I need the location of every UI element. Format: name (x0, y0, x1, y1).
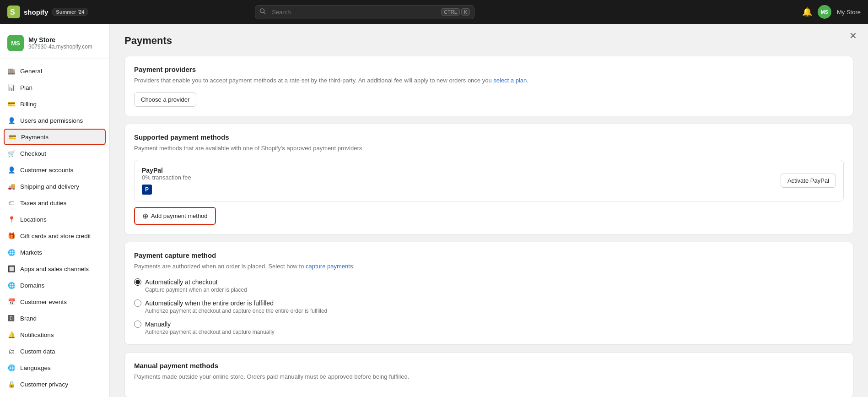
nav-icon-apps-channels: 🔲 (7, 265, 16, 273)
sidebar-item-gift-cards[interactable]: 🎁 Gift cards and store credit (0, 228, 109, 244)
sidebar-item-users-permissions[interactable]: 👤 Users and permissions (0, 112, 109, 129)
sidebar-label-markets: Markets (20, 249, 42, 256)
capture-radio-auto-checkout[interactable] (134, 278, 141, 286)
capture-radio-auto-fulfilled[interactable] (134, 299, 141, 307)
nav-icon-checkout: 🛒 (7, 149, 16, 158)
manual-methods-title: Manual payment methods (134, 362, 844, 370)
sidebar-store-header: MS My Store 907930-4a.myshopify.com (0, 31, 109, 59)
sidebar-item-taxes-duties[interactable]: 🏷 Taxes and duties (0, 195, 109, 211)
payment-providers-desc: Providers that enable you to accept paym… (134, 76, 844, 85)
capture-label-auto-checkout[interactable]: Automatically at checkout (134, 278, 844, 286)
capture-payments-link[interactable]: capture payments (306, 263, 353, 270)
sidebar-item-plan[interactable]: 📊 Plan (0, 79, 109, 96)
shopify-logo-icon: S (7, 5, 20, 18)
sidebar-label-gift-cards: Gift cards and store credit (20, 233, 91, 239)
capture-option-auto-fulfilled: Automatically when the entire order is f… (134, 299, 844, 314)
payment-providers-title: Payment providers (134, 65, 844, 73)
manual-methods-card: Manual payment methods Payments made out… (124, 352, 853, 397)
nav-icon-notifications: 🔔 (7, 331, 16, 339)
add-payment-label: Add payment method (151, 212, 208, 219)
sidebar-label-taxes-duties: Taxes and duties (20, 200, 66, 207)
store-avatar: MS (7, 35, 24, 51)
nav-icon-taxes-duties: 🏷 (7, 199, 16, 207)
sidebar-item-domains[interactable]: 🌐 Domains (0, 277, 109, 294)
sidebar-label-apps-channels: Apps and sales channels (20, 266, 89, 272)
capture-label-manual[interactable]: Manually (134, 321, 844, 328)
search-shortcut: CTRL K (441, 8, 470, 16)
capture-label-auto-fulfilled[interactable]: Automatically when the entire order is f… (134, 299, 844, 307)
nav-icon-locations: 📍 (7, 215, 16, 223)
capture-sublabel-auto-fulfilled: Authorize payment at checkout and captur… (145, 308, 844, 314)
sidebar-label-brand: Brand (20, 315, 37, 322)
sidebar-item-brand[interactable]: 🅱 Brand (0, 310, 109, 326)
nav-icon-payments: 💳 (8, 133, 16, 141)
capture-radio-group: Automatically at checkout Capture paymen… (134, 278, 844, 335)
nav-icon-plan: 📊 (7, 83, 16, 92)
capture-method-card: Payment capture method Payments are auth… (124, 242, 853, 345)
nav-icon-markets: 🌐 (7, 248, 16, 256)
sidebar-item-custom-data[interactable]: 🗂 Custom data (0, 343, 109, 359)
sidebar-item-policies[interactable]: 📄 Policies (0, 392, 109, 397)
capture-method-desc: Payments are authorized when an order is… (134, 262, 844, 271)
logo-text: shopify (24, 8, 48, 16)
select-plan-link[interactable]: select a plan (493, 77, 527, 84)
capture-desc-start: Payments are authorized when an order is… (134, 263, 306, 270)
close-button[interactable]: ✕ (849, 31, 857, 40)
capture-label-text-manual: Manually (145, 321, 171, 328)
sidebar-label-custom-data: Custom data (20, 348, 55, 355)
sidebar-item-checkout[interactable]: 🛒 Checkout (0, 145, 109, 162)
payment-providers-card: Payment providers Providers that enable … (124, 56, 853, 116)
sidebar-item-markets[interactable]: 🌐 Markets (0, 244, 109, 261)
sidebar-item-payments[interactable]: 💳 Payments (4, 129, 106, 145)
sidebar-item-shipping-delivery[interactable]: 🚚 Shipping and delivery (0, 178, 109, 195)
sidebar-label-users-permissions: Users and permissions (20, 117, 83, 124)
search-icon (259, 8, 266, 16)
paypal-name: PayPal (142, 167, 191, 174)
nav-icon-shipping-delivery: 🚚 (7, 182, 16, 190)
user-avatar[interactable]: MS (818, 5, 831, 19)
sidebar-item-languages[interactable]: 🌐 Languages (0, 359, 109, 376)
sidebar-item-customer-events[interactable]: 📅 Customer events (0, 294, 109, 310)
shopify-logo[interactable]: S shopify Summer '24 (7, 5, 88, 18)
payment-providers-desc-start: Providers that enable you to accept paym… (134, 77, 493, 84)
sidebar-label-shipping-delivery: Shipping and delivery (20, 183, 79, 190)
nav-icon-users-permissions: 👤 (7, 116, 16, 125)
sidebar-store-name: My Store (28, 36, 92, 44)
supported-methods-card: Supported payment methods Payment method… (124, 124, 853, 235)
sidebar-item-general[interactable]: 🏬 General (0, 63, 109, 79)
shortcut-k: K (461, 8, 470, 16)
sidebar-item-customer-accounts[interactable]: 👤 Customer accounts (0, 162, 109, 178)
sidebar-label-payments: Payments (21, 134, 49, 141)
choose-provider-button[interactable]: Choose a provider (134, 92, 196, 107)
capture-radio-manual[interactable] (134, 321, 141, 328)
sidebar-store-url: 907930-4a.myshopify.com (28, 44, 92, 50)
page-title: Payments (124, 35, 853, 47)
sidebar-label-customer-events: Customer events (20, 299, 67, 305)
sidebar-item-apps-channels[interactable]: 🔲 Apps and sales channels (0, 261, 109, 277)
paypal-row: PayPal 0% transaction fee P Activate Pay… (134, 160, 844, 201)
store-name-topnav[interactable]: My Store (837, 9, 861, 16)
sidebar-item-locations[interactable]: 📍 Locations (0, 211, 109, 228)
add-payment-method-button[interactable]: ⊕ Add payment method (134, 207, 216, 225)
capture-option-manual: Manually Authorize payment at checkout a… (134, 321, 844, 335)
sidebar-label-plan: Plan (20, 84, 32, 91)
nav-icon-gift-cards: 🎁 (7, 232, 16, 240)
sidebar-item-customer-privacy[interactable]: 🔒 Customer privacy (0, 376, 109, 392)
capture-sublabel-auto-checkout: Capture payment when an order is placed (145, 287, 844, 293)
nav-icon-billing: 💳 (7, 100, 16, 108)
nav-icon-general: 🏬 (7, 67, 16, 75)
activate-paypal-button[interactable]: Activate PayPal (781, 174, 836, 188)
sidebar-label-customer-privacy: Customer privacy (20, 381, 68, 388)
sidebar-item-billing[interactable]: 💳 Billing (0, 96, 109, 112)
top-navigation: S shopify Summer '24 CTRL K 🔔 MS My Stor… (0, 0, 868, 24)
notifications-bell-icon[interactable]: 🔔 (802, 7, 812, 17)
sidebar-label-checkout: Checkout (20, 150, 46, 157)
paypal-logo-icon: P (142, 185, 152, 195)
sidebar-items: 🏬 General 📊 Plan 💳 Billing 👤 Users and p… (0, 63, 109, 397)
search-bar: CTRL K (255, 5, 474, 19)
capture-method-title: Payment capture method (134, 251, 844, 259)
sidebar-item-notifications[interactable]: 🔔 Notifications (0, 326, 109, 343)
capture-desc-end: : (353, 263, 355, 270)
summer-badge: Summer '24 (52, 8, 88, 16)
sidebar-label-billing: Billing (20, 101, 37, 108)
